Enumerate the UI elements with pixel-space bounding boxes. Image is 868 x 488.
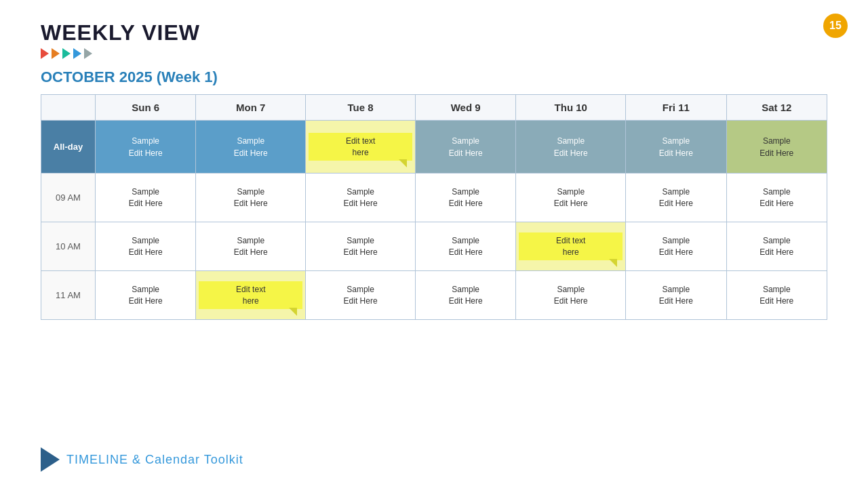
time-10am: 10 AM — [41, 222, 96, 271]
cell-11am-wed[interactable]: SampleEdit Here — [415, 271, 515, 320]
cell-11am-sun[interactable]: SampleEdit Here — [96, 271, 196, 320]
allday-row: All-day SampleEdit Here SampleEdit Here … — [41, 121, 827, 174]
header-mon: Mon 7 — [196, 95, 306, 121]
cell-10am-wed[interactable]: SampleEdit Here — [415, 222, 515, 271]
allday-thu-text: SampleEdit Here — [519, 135, 623, 159]
arrow-decorations — [41, 48, 827, 59]
cell-11am-mon-sticky: Edit texthere — [199, 281, 302, 310]
time-09am: 09 AM — [41, 174, 96, 222]
header-tue: Tue 8 — [306, 95, 416, 121]
cell-11am-mon[interactable]: Edit texthere — [196, 271, 306, 320]
cell-10am-sun[interactable]: SampleEdit Here — [96, 222, 196, 271]
header-sun: Sun 6 — [96, 95, 196, 121]
header-time-col — [41, 95, 96, 121]
footer-brand: TIMELINE — [66, 453, 128, 466]
header-fri: Fri 11 — [626, 95, 726, 121]
allday-mon[interactable]: SampleEdit Here — [196, 121, 306, 174]
arrow-orange — [52, 48, 60, 59]
row-09am: 09 AM SampleEdit Here SampleEdit Here Sa… — [41, 174, 827, 222]
allday-thu[interactable]: SampleEdit Here — [516, 121, 626, 174]
cell-10am-fri[interactable]: SampleEdit Here — [626, 222, 726, 271]
cell-10am-tue[interactable]: SampleEdit Here — [306, 222, 416, 271]
page-title: WEEKLY VIEW — [41, 20, 827, 45]
allday-wed[interactable]: SampleEdit Here — [415, 121, 515, 174]
arrow-gray — [84, 48, 92, 59]
header-wed: Wed 9 — [415, 95, 515, 121]
cell-11am-thu[interactable]: SampleEdit Here — [516, 271, 626, 320]
cell-11am-sat[interactable]: SampleEdit Here — [726, 271, 827, 320]
cell-09am-mon[interactable]: SampleEdit Here — [196, 174, 306, 222]
time-11am: 11 AM — [41, 271, 96, 320]
allday-tue-sticky: Edit texthere — [309, 133, 412, 161]
weekly-calendar: Sun 6 Mon 7 Tue 8 Wed 9 Thu 10 Fri 11 Sa… — [41, 94, 827, 320]
allday-mon-text: SampleEdit Here — [199, 135, 302, 159]
cell-11am-tue[interactable]: SampleEdit Here — [306, 271, 416, 320]
cell-11am-fri[interactable]: SampleEdit Here — [626, 271, 726, 320]
footer-text: TIMELINE & Calendar Toolkit — [66, 453, 243, 467]
allday-wed-text: SampleEdit Here — [418, 135, 513, 159]
footer-arrow-icon — [41, 447, 60, 472]
cell-10am-sat[interactable]: SampleEdit Here — [726, 222, 827, 271]
footer: TIMELINE & Calendar Toolkit — [41, 447, 243, 472]
allday-fri-text: SampleEdit Here — [629, 135, 723, 159]
arrow-red — [41, 48, 49, 59]
cell-10am-mon[interactable]: SampleEdit Here — [196, 222, 306, 271]
cell-09am-wed[interactable]: SampleEdit Here — [415, 174, 515, 222]
allday-fri[interactable]: SampleEdit Here — [626, 121, 726, 174]
allday-tue[interactable]: Edit texthere — [306, 121, 416, 174]
page-container: 15 WEEKLY VIEW OCTOBER 2025 (Week 1) Sun… — [0, 0, 868, 488]
page-number: 15 — [823, 14, 848, 38]
cell-09am-sat[interactable]: SampleEdit Here — [726, 174, 827, 222]
allday-sat-text: SampleEdit Here — [730, 135, 824, 159]
cell-09am-sun[interactable]: SampleEdit Here — [96, 174, 196, 222]
footer-sub: & Calendar Toolkit — [128, 453, 243, 466]
allday-sat[interactable]: SampleEdit Here — [726, 121, 827, 174]
row-11am: 11 AM SampleEdit Here Edit texthere Samp… — [41, 271, 827, 320]
cell-09am-tue[interactable]: SampleEdit Here — [306, 174, 416, 222]
allday-label: All-day — [41, 121, 96, 174]
cell-09am-fri[interactable]: SampleEdit Here — [626, 174, 726, 222]
row-10am: 10 AM SampleEdit Here SampleEdit Here Sa… — [41, 222, 827, 271]
cell-10am-thu-sticky: Edit texthere — [519, 232, 623, 261]
cell-09am-thu[interactable]: SampleEdit Here — [516, 174, 626, 222]
arrow-blue — [73, 48, 81, 59]
allday-sun-text: SampleEdit Here — [98, 135, 193, 159]
header-thu: Thu 10 — [516, 95, 626, 121]
month-title: OCTOBER 2025 (Week 1) — [41, 68, 827, 86]
cell-10am-thu[interactable]: Edit texthere — [516, 222, 626, 271]
header-sat: Sat 12 — [726, 95, 827, 121]
allday-sun[interactable]: SampleEdit Here — [96, 121, 196, 174]
arrow-teal — [62, 48, 71, 59]
